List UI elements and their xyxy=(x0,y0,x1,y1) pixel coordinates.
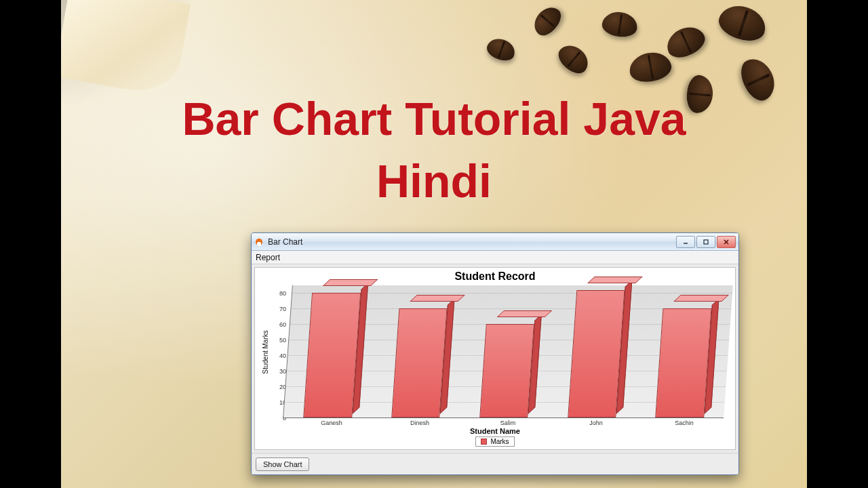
menu-report[interactable]: Report xyxy=(256,253,280,262)
y-tick: 70 xyxy=(279,306,286,312)
coffee-bean-decoration xyxy=(662,22,709,63)
y-axis-label: Student Marks xyxy=(262,330,269,373)
coffee-bean-decoration xyxy=(554,40,594,79)
coffee-bean-decoration xyxy=(484,35,518,64)
maximize-button[interactable] xyxy=(696,236,715,248)
svg-rect-1 xyxy=(704,240,708,244)
window-title: Bar Chart xyxy=(268,237,302,247)
bar xyxy=(479,324,534,418)
bar xyxy=(303,293,360,418)
chart-legend: Marks xyxy=(475,436,515,447)
minimize-button[interactable] xyxy=(676,236,695,248)
bar xyxy=(656,308,712,418)
java-icon xyxy=(254,237,264,247)
x-category-label: Dinesh xyxy=(376,420,464,426)
coffee-bean-decoration xyxy=(529,2,566,40)
window-titlebar[interactable]: Bar Chart xyxy=(252,233,738,251)
close-button[interactable] xyxy=(717,236,736,248)
plot-surface xyxy=(283,285,733,418)
x-category-label: John xyxy=(552,420,640,426)
slide-background: Bar Chart Tutorial Java Hindi Bar Chart … xyxy=(61,0,807,488)
x-category-label: Ganesh xyxy=(288,420,376,426)
coffee-bean-decoration xyxy=(715,0,770,45)
y-tick: 80 xyxy=(279,290,286,297)
y-tick: 60 xyxy=(279,321,286,328)
y-tick: 30 xyxy=(279,368,286,375)
legend-label: Marks xyxy=(490,438,509,445)
plot-area: Student Marks 01020304050607080 xyxy=(255,283,735,420)
y-tick: 50 xyxy=(279,337,286,344)
x-axis-label: Student Name xyxy=(255,427,735,435)
menu-bar: Report xyxy=(252,251,738,264)
show-chart-button[interactable]: Show Chart xyxy=(256,458,309,471)
coffee-bean-decoration xyxy=(627,49,673,85)
bar xyxy=(568,290,625,418)
chart-panel: Student Record Student Marks 01020304050… xyxy=(254,267,736,450)
java-window: Bar Chart Report Student Record Student … xyxy=(251,232,739,475)
legend-swatch xyxy=(481,439,487,445)
window-footer: Show Chart xyxy=(252,453,738,474)
coffee-bean-decoration xyxy=(601,10,639,39)
headline-title: Bar Chart Tutorial Java Hindi xyxy=(61,88,807,213)
x-axis-categories: GaneshDineshSalimJohnSachin xyxy=(255,420,735,426)
bar xyxy=(391,308,448,418)
x-category-label: Salim xyxy=(464,420,552,426)
x-category-label: Sachin xyxy=(640,420,728,426)
y-tick: 40 xyxy=(279,352,286,359)
